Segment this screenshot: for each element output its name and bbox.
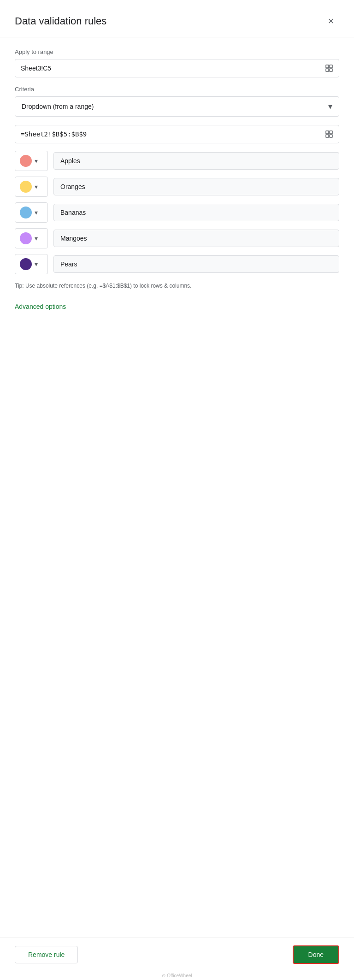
done-button[interactable]: Done: [293, 945, 339, 964]
criteria-range-input-row: [15, 125, 339, 143]
fruit-color-arrow-icon-2: ▾: [35, 209, 38, 216]
svg-rect-2: [326, 69, 329, 71]
fruit-label-4: Pears: [53, 255, 339, 273]
fruit-item: ▾ Bananas: [15, 202, 339, 223]
fruit-label-3: Mangoes: [53, 230, 339, 247]
fruit-color-circle-1: [20, 181, 32, 193]
criteria-dropdown-arrow-icon: ▾: [328, 101, 332, 112]
close-icon: ×: [328, 15, 334, 27]
criteria-range-input[interactable]: [21, 130, 325, 138]
fruit-list: ▾ Apples ▾ Oranges ▾ Bananas ▾ Mangoes ▾…: [15, 151, 339, 274]
watermark: ⊙ OfficeWheel: [0, 971, 354, 980]
fruit-item: ▾ Apples: [15, 151, 339, 171]
fruit-color-btn-3[interactable]: ▾: [15, 228, 48, 248]
fruit-color-circle-0: [20, 155, 32, 167]
fruit-color-circle-2: [20, 207, 32, 218]
fruit-color-circle-3: [20, 232, 32, 244]
remove-rule-button[interactable]: Remove rule: [15, 946, 78, 963]
criteria-range-grid-icon[interactable]: [325, 130, 333, 138]
fruit-item: ▾ Mangoes: [15, 228, 339, 248]
fruit-color-btn-1[interactable]: ▾: [15, 177, 48, 197]
fruit-color-arrow-icon-1: ▾: [35, 183, 38, 190]
svg-rect-6: [326, 135, 329, 137]
fruit-label-2: Bananas: [53, 204, 339, 221]
fruit-color-arrow-icon-3: ▾: [35, 235, 38, 242]
range-grid-icon[interactable]: [325, 64, 333, 72]
criteria-dropdown-text: Dropdown (from a range): [22, 103, 328, 110]
svg-rect-1: [330, 65, 332, 68]
svg-rect-3: [330, 69, 332, 71]
fruit-color-btn-2[interactable]: ▾: [15, 202, 48, 223]
fruit-color-btn-0[interactable]: ▾: [15, 151, 48, 171]
spacer: [15, 321, 339, 460]
panel-header: Data validation rules ×: [0, 0, 354, 37]
criteria-section: Criteria Dropdown (from a range) ▾: [15, 86, 339, 274]
apply-range-input-row: [15, 59, 339, 77]
tip-text: Tip: Use absolute references (e.g. =$A$1…: [15, 282, 339, 290]
fruit-color-btn-4[interactable]: ▾: [15, 254, 48, 274]
svg-rect-0: [326, 65, 329, 68]
criteria-dropdown[interactable]: Dropdown (from a range) ▾: [15, 96, 339, 117]
advanced-options-link[interactable]: Advanced options: [15, 303, 339, 310]
fruit-color-arrow-icon-4: ▾: [35, 260, 38, 268]
svg-rect-7: [330, 135, 332, 137]
panel-title: Data validation rules: [15, 15, 106, 27]
fruit-label-1: Oranges: [53, 178, 339, 195]
fruit-color-circle-4: [20, 258, 32, 270]
criteria-label: Criteria: [15, 86, 339, 93]
header-divider: [0, 37, 354, 37]
apply-range-input[interactable]: [21, 65, 325, 72]
apply-range-section: Apply to range: [15, 48, 339, 77]
close-button[interactable]: ×: [323, 13, 339, 30]
apply-range-label: Apply to range: [15, 48, 339, 55]
fruit-item: ▾ Pears: [15, 254, 339, 274]
svg-rect-4: [326, 131, 329, 134]
fruit-label-0: Apples: [53, 152, 339, 170]
fruit-color-arrow-icon-0: ▾: [35, 157, 38, 165]
data-validation-panel: Data validation rules × Apply to range: [0, 0, 354, 980]
panel-footer: Remove rule Done: [0, 938, 354, 971]
svg-rect-5: [330, 131, 332, 134]
panel-body: Apply to range Criteria Dropdown (from a: [0, 48, 354, 938]
fruit-item: ▾ Oranges: [15, 177, 339, 197]
